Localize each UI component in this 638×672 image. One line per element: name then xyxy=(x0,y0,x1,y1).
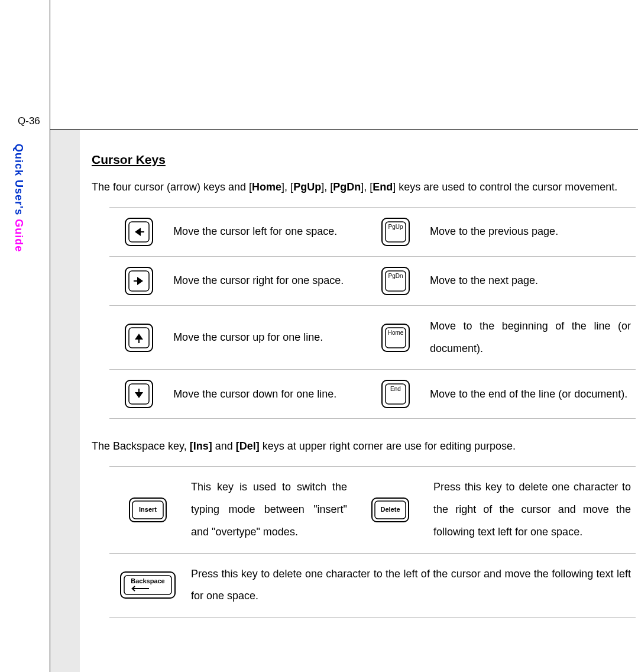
keycap-cell: End xyxy=(366,370,425,419)
key-description: Move to the end of the line (or document… xyxy=(425,370,636,419)
intro-key-pgdn: PgDn xyxy=(333,181,361,193)
home-key-icon: Home xyxy=(381,323,410,353)
key-description: Move to the next page. xyxy=(425,256,636,305)
editing-keys-table: Insert This key is used to switch the ty… xyxy=(109,466,636,618)
keycap-cell: Delete xyxy=(352,467,429,553)
key-description: Move the cursor down for one line. xyxy=(169,370,366,419)
table-row: Move the cursor up for one line. Home Mo… xyxy=(109,305,636,370)
key-description: Move to the previous page. xyxy=(425,207,636,256)
mid-part: The Backspace key, xyxy=(92,440,190,452)
svg-rect-3 xyxy=(382,218,409,245)
keycap-cell: Backspace xyxy=(109,553,186,618)
mid-paragraph: The Backspace key, [Ins] and [Del] keys … xyxy=(92,435,636,458)
key-description: Press this key to delete one character t… xyxy=(186,553,636,618)
delete-key-icon: Delete xyxy=(371,497,410,523)
svg-text:PgDn: PgDn xyxy=(388,273,403,279)
table-row: Move the cursor left for one space. PgUp… xyxy=(109,207,636,256)
backspace-key-icon: Backspace xyxy=(119,571,176,599)
keycap-cell xyxy=(109,370,169,419)
pgup-key-icon: PgUp xyxy=(381,217,410,247)
svg-text:Delete: Delete xyxy=(380,506,400,513)
keycap-cell: Home xyxy=(366,305,425,370)
arrow-left-key-icon xyxy=(124,217,154,247)
table-row: Backspace Press this key to delete one c… xyxy=(109,553,636,618)
arrow-down-key-icon xyxy=(124,379,154,409)
intro-part: ] keys are used to control the cursor mo… xyxy=(393,181,617,193)
keycap-cell xyxy=(109,207,169,256)
intro-part: The four cursor (arrow) keys and [ xyxy=(92,181,252,193)
key-description: Press this key to delete one character t… xyxy=(429,467,636,553)
table-row: Insert This key is used to switch the ty… xyxy=(109,467,636,553)
svg-text:Backspace: Backspace xyxy=(131,577,165,584)
svg-rect-15 xyxy=(382,324,409,351)
intro-key-pgup: PgUp xyxy=(293,181,321,193)
pgdn-key-icon: PgDn xyxy=(381,266,410,296)
mid-part: keys at upper right corner are use for e… xyxy=(260,440,516,452)
keycap-cell xyxy=(109,305,169,370)
header-rule xyxy=(50,129,638,130)
keycap-cell: Insert xyxy=(109,467,186,553)
svg-text:Insert: Insert xyxy=(139,506,157,513)
side-tab-label: Quick User's Guide xyxy=(12,144,25,252)
intro-key-home: Home xyxy=(252,181,281,193)
svg-rect-21 xyxy=(382,380,409,408)
section-title: Cursor Keys xyxy=(92,147,636,173)
svg-text:Home: Home xyxy=(388,329,404,336)
mid-key-ins: [Ins] xyxy=(190,440,212,452)
side-tab-primary: Quick User's xyxy=(13,144,25,219)
intro-key-end: End xyxy=(373,181,393,193)
intro-part: ], [ xyxy=(321,181,333,193)
arrow-up-key-icon xyxy=(124,323,154,353)
svg-text:PgUp: PgUp xyxy=(388,224,403,230)
key-description: Move the cursor left for one space. xyxy=(169,207,366,256)
mid-key-del: [Del] xyxy=(236,440,260,452)
mid-part: and xyxy=(212,440,236,452)
table-row: Move the cursor down for one line. End M… xyxy=(109,370,636,419)
side-tab-secondary: Guide xyxy=(13,219,25,252)
intro-part: ], [ xyxy=(361,181,373,193)
table-row: Move the cursor right for one space. PgD… xyxy=(109,256,636,305)
keycap-cell: PgDn xyxy=(366,256,425,305)
insert-key-icon: Insert xyxy=(128,497,167,523)
intro-part: ], [ xyxy=(281,181,293,193)
end-key-icon: End xyxy=(381,379,410,409)
key-description: This key is used to switch the typing mo… xyxy=(186,467,352,553)
svg-text:End: End xyxy=(390,386,401,392)
cursor-keys-table: Move the cursor left for one space. PgUp… xyxy=(109,207,636,419)
keycap-cell: PgUp xyxy=(366,207,425,256)
margin-grey-bar xyxy=(50,130,80,672)
key-description: Move the cursor right for one space. xyxy=(169,256,366,305)
key-description: Move to the beginning of the line (or do… xyxy=(425,305,636,370)
page-number: Q-36 xyxy=(18,115,40,127)
content-area: Cursor Keys The four cursor (arrow) keys… xyxy=(92,147,636,618)
svg-rect-9 xyxy=(382,267,409,295)
keycap-cell xyxy=(109,256,169,305)
intro-paragraph: The four cursor (arrow) keys and [Home],… xyxy=(92,176,636,199)
arrow-right-key-icon xyxy=(124,266,154,296)
key-description: Move the cursor up for one line. xyxy=(169,305,366,370)
